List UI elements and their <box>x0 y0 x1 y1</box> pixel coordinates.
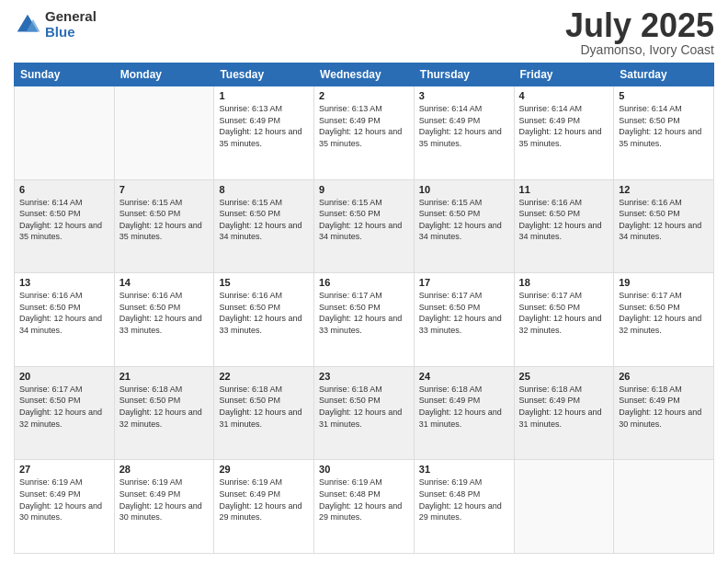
table-row: 20Sunrise: 6:17 AMSunset: 6:50 PMDayligh… <box>15 366 115 460</box>
table-row <box>514 460 614 554</box>
table-row: 17Sunrise: 6:17 AMSunset: 6:50 PMDayligh… <box>414 273 514 367</box>
day-info: Sunrise: 6:19 AMSunset: 6:49 PMDaylight:… <box>219 477 309 523</box>
day-info: Sunrise: 6:15 AMSunset: 6:50 PMDaylight:… <box>119 197 210 243</box>
header-sunday: Sunday <box>15 63 115 86</box>
table-row: 4Sunrise: 6:14 AMSunset: 6:49 PMDaylight… <box>514 86 614 180</box>
header-tuesday: Tuesday <box>214 63 314 86</box>
table-row: 1Sunrise: 6:13 AMSunset: 6:49 PMDaylight… <box>214 86 314 180</box>
table-row <box>614 460 714 554</box>
calendar-title: July 2025 <box>565 9 714 42</box>
table-row: 5Sunrise: 6:14 AMSunset: 6:50 PMDaylight… <box>614 86 714 180</box>
header-saturday: Saturday <box>614 63 714 86</box>
day-number: 29 <box>219 464 309 475</box>
header: General Blue July 2025 Dyamonso, Ivory C… <box>14 9 714 57</box>
day-number: 8 <box>219 184 309 195</box>
day-number: 13 <box>19 277 109 288</box>
calendar-location: Dyamonso, Ivory Coast <box>565 42 714 57</box>
day-info: Sunrise: 6:18 AMSunset: 6:49 PMDaylight:… <box>619 384 709 430</box>
day-info: Sunrise: 6:19 AMSunset: 6:49 PMDaylight:… <box>19 477 109 523</box>
day-number: 3 <box>419 90 509 101</box>
calendar-week-3: 13Sunrise: 6:16 AMSunset: 6:50 PMDayligh… <box>15 273 714 367</box>
day-number: 18 <box>519 277 609 288</box>
day-info: Sunrise: 6:15 AMSunset: 6:50 PMDaylight:… <box>419 197 509 243</box>
day-info: Sunrise: 6:17 AMSunset: 6:50 PMDaylight:… <box>519 290 609 336</box>
table-row: 18Sunrise: 6:17 AMSunset: 6:50 PMDayligh… <box>514 273 614 367</box>
day-info: Sunrise: 6:18 AMSunset: 6:50 PMDaylight:… <box>119 384 210 430</box>
day-info: Sunrise: 6:18 AMSunset: 6:49 PMDaylight:… <box>519 384 609 430</box>
table-row: 13Sunrise: 6:16 AMSunset: 6:50 PMDayligh… <box>15 273 115 367</box>
day-number: 23 <box>319 371 409 382</box>
header-thursday: Thursday <box>414 63 514 86</box>
calendar-week-1: 1Sunrise: 6:13 AMSunset: 6:49 PMDaylight… <box>15 86 714 180</box>
table-row <box>114 86 214 180</box>
day-number: 9 <box>319 184 409 195</box>
logo-icon <box>14 11 41 39</box>
day-number: 6 <box>19 184 109 195</box>
table-row: 2Sunrise: 6:13 AMSunset: 6:49 PMDaylight… <box>314 86 415 180</box>
day-number: 31 <box>419 464 509 475</box>
table-row: 7Sunrise: 6:15 AMSunset: 6:50 PMDaylight… <box>114 179 214 273</box>
header-friday: Friday <box>514 63 614 86</box>
day-number: 27 <box>19 464 109 475</box>
day-number: 12 <box>619 184 709 195</box>
day-number: 20 <box>19 371 109 382</box>
table-row: 31Sunrise: 6:19 AMSunset: 6:48 PMDayligh… <box>414 460 514 554</box>
day-info: Sunrise: 6:15 AMSunset: 6:50 PMDaylight:… <box>319 197 409 243</box>
day-number: 10 <box>419 184 509 195</box>
day-number: 30 <box>319 464 409 475</box>
table-row: 15Sunrise: 6:16 AMSunset: 6:50 PMDayligh… <box>214 273 314 367</box>
day-info: Sunrise: 6:18 AMSunset: 6:49 PMDaylight:… <box>419 384 509 430</box>
day-info: Sunrise: 6:13 AMSunset: 6:49 PMDaylight:… <box>219 103 309 149</box>
header-monday: Monday <box>114 63 214 86</box>
day-number: 1 <box>219 90 309 101</box>
table-row: 22Sunrise: 6:18 AMSunset: 6:50 PMDayligh… <box>214 366 314 460</box>
day-info: Sunrise: 6:13 AMSunset: 6:49 PMDaylight:… <box>319 103 409 149</box>
calendar-week-5: 27Sunrise: 6:19 AMSunset: 6:49 PMDayligh… <box>15 460 714 554</box>
title-block: July 2025 Dyamonso, Ivory Coast <box>565 9 714 57</box>
day-info: Sunrise: 6:17 AMSunset: 6:50 PMDaylight:… <box>419 290 509 336</box>
logo-text: General Blue <box>45 9 97 40</box>
day-info: Sunrise: 6:14 AMSunset: 6:50 PMDaylight:… <box>19 197 109 243</box>
day-info: Sunrise: 6:16 AMSunset: 6:50 PMDaylight:… <box>619 197 709 243</box>
table-row: 24Sunrise: 6:18 AMSunset: 6:49 PMDayligh… <box>414 366 514 460</box>
day-number: 17 <box>419 277 509 288</box>
page: General Blue July 2025 Dyamonso, Ivory C… <box>0 0 728 563</box>
day-info: Sunrise: 6:17 AMSunset: 6:50 PMDaylight:… <box>319 290 409 336</box>
header-wednesday: Wednesday <box>314 63 415 86</box>
logo-blue-label: Blue <box>45 25 97 40</box>
table-row: 28Sunrise: 6:19 AMSunset: 6:49 PMDayligh… <box>114 460 214 554</box>
day-number: 24 <box>419 371 509 382</box>
day-number: 21 <box>119 371 210 382</box>
day-info: Sunrise: 6:18 AMSunset: 6:50 PMDaylight:… <box>219 384 309 430</box>
day-info: Sunrise: 6:17 AMSunset: 6:50 PMDaylight:… <box>19 384 109 430</box>
table-row: 30Sunrise: 6:19 AMSunset: 6:48 PMDayligh… <box>314 460 415 554</box>
logo-general-label: General <box>45 9 97 25</box>
day-info: Sunrise: 6:19 AMSunset: 6:49 PMDaylight:… <box>119 477 210 523</box>
table-row: 19Sunrise: 6:17 AMSunset: 6:50 PMDayligh… <box>614 273 714 367</box>
table-row: 11Sunrise: 6:16 AMSunset: 6:50 PMDayligh… <box>514 179 614 273</box>
table-row: 8Sunrise: 6:15 AMSunset: 6:50 PMDaylight… <box>214 179 314 273</box>
day-info: Sunrise: 6:18 AMSunset: 6:50 PMDaylight:… <box>319 384 409 430</box>
logo: General Blue <box>14 9 97 40</box>
day-info: Sunrise: 6:17 AMSunset: 6:50 PMDaylight:… <box>619 290 709 336</box>
day-info: Sunrise: 6:15 AMSunset: 6:50 PMDaylight:… <box>219 197 309 243</box>
table-row: 23Sunrise: 6:18 AMSunset: 6:50 PMDayligh… <box>314 366 415 460</box>
day-number: 7 <box>119 184 210 195</box>
day-info: Sunrise: 6:14 AMSunset: 6:49 PMDaylight:… <box>419 103 509 149</box>
day-number: 2 <box>319 90 409 101</box>
table-row: 26Sunrise: 6:18 AMSunset: 6:49 PMDayligh… <box>614 366 714 460</box>
table-row: 10Sunrise: 6:15 AMSunset: 6:50 PMDayligh… <box>414 179 514 273</box>
table-row: 14Sunrise: 6:16 AMSunset: 6:50 PMDayligh… <box>114 273 214 367</box>
day-number: 26 <box>619 371 709 382</box>
day-info: Sunrise: 6:16 AMSunset: 6:50 PMDaylight:… <box>219 290 309 336</box>
table-row: 12Sunrise: 6:16 AMSunset: 6:50 PMDayligh… <box>614 179 714 273</box>
calendar-week-2: 6Sunrise: 6:14 AMSunset: 6:50 PMDaylight… <box>15 179 714 273</box>
table-row: 29Sunrise: 6:19 AMSunset: 6:49 PMDayligh… <box>214 460 314 554</box>
day-number: 22 <box>219 371 309 382</box>
day-info: Sunrise: 6:16 AMSunset: 6:50 PMDaylight:… <box>19 290 109 336</box>
day-number: 16 <box>319 277 409 288</box>
day-number: 14 <box>119 277 210 288</box>
day-number: 19 <box>619 277 709 288</box>
table-row: 25Sunrise: 6:18 AMSunset: 6:49 PMDayligh… <box>514 366 614 460</box>
day-number: 5 <box>619 90 709 101</box>
